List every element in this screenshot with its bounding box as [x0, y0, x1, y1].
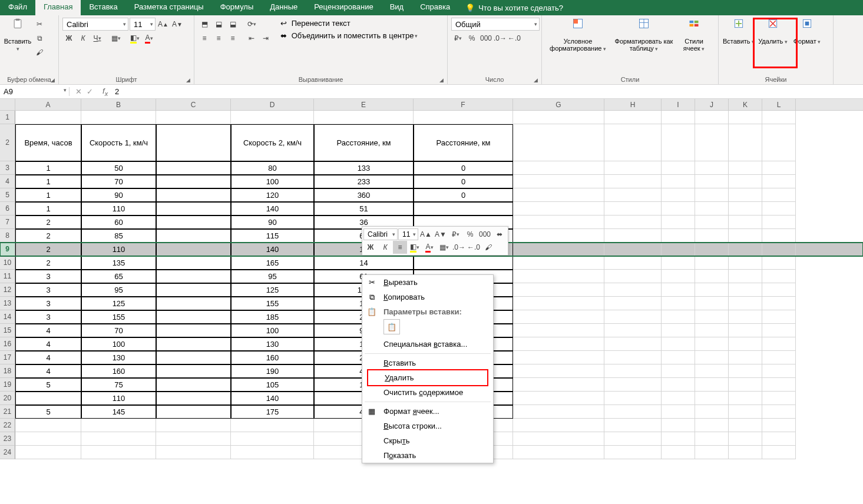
cell[interactable]	[15, 392, 81, 405]
cell[interactable]: 140	[231, 202, 314, 215]
conditional-formatting-button[interactable]: Условное форматирование	[545, 18, 610, 52]
cell[interactable]	[513, 202, 604, 215]
cell[interactable]	[729, 392, 762, 405]
cell[interactable]	[695, 432, 729, 446]
cell[interactable]	[762, 432, 796, 446]
mini-inc-decimal[interactable]: .0→	[452, 241, 466, 254]
percent-button[interactable]: %	[465, 32, 478, 45]
cell[interactable]	[762, 111, 796, 124]
cell[interactable]	[156, 229, 231, 243]
cell[interactable]	[762, 392, 796, 405]
cell[interactable]	[604, 188, 662, 202]
increase-indent-button[interactable]: ⇥	[259, 32, 272, 45]
cell[interactable]: 95	[81, 283, 156, 297]
underline-button[interactable]: Ч	[91, 32, 104, 45]
ctx-insert[interactable]: Вставить	[362, 356, 493, 370]
dialog-launcher-icon[interactable]: ◢	[439, 77, 444, 83]
cell[interactable]	[662, 188, 695, 202]
cell[interactable]	[156, 124, 231, 161]
cell[interactable]	[156, 161, 231, 175]
orientation-button[interactable]: ⟳	[245, 18, 258, 31]
column-header-G[interactable]: G	[513, 99, 604, 110]
cell[interactable]	[156, 215, 231, 229]
row-header-23[interactable]: 23	[0, 432, 15, 446]
cell[interactable]	[729, 324, 762, 337]
column-header-H[interactable]: H	[604, 99, 662, 110]
cell[interactable]	[513, 297, 604, 310]
cell[interactable]	[695, 378, 729, 392]
row-header-14[interactable]: 14	[0, 310, 15, 324]
cell[interactable]	[729, 364, 762, 378]
row-header-16[interactable]: 16	[0, 337, 15, 351]
mini-fill-color[interactable]: ◧	[408, 241, 422, 254]
cell[interactable]	[695, 446, 729, 459]
cell[interactable]: 1	[15, 161, 81, 175]
cell[interactable]	[762, 364, 796, 378]
cell[interactable]	[762, 351, 796, 364]
cell[interactable]	[513, 270, 604, 283]
cell[interactable]	[695, 351, 729, 364]
cell[interactable]	[513, 161, 604, 175]
cell[interactable]	[729, 188, 762, 202]
cell[interactable]	[15, 419, 81, 432]
dialog-launcher-icon[interactable]: ◢	[534, 77, 538, 83]
cell[interactable]: 3	[15, 270, 81, 283]
cell[interactable]: 51	[314, 202, 414, 215]
column-header-E[interactable]: E	[314, 99, 414, 110]
cell[interactable]: 2	[15, 229, 81, 243]
cell[interactable]	[513, 364, 604, 378]
cell[interactable]	[695, 188, 729, 202]
cell[interactable]	[729, 446, 762, 459]
cell[interactable]	[729, 243, 762, 256]
cell[interactable]	[156, 432, 231, 446]
cell[interactable]: 130	[81, 351, 156, 364]
cell[interactable]	[729, 297, 762, 310]
tab-view[interactable]: Вид	[382, 0, 412, 15]
tab-insert[interactable]: Вставка	[81, 0, 125, 15]
cell[interactable]	[662, 229, 695, 243]
cell[interactable]	[662, 283, 695, 297]
row-header-3[interactable]: 3	[0, 161, 15, 175]
cell[interactable]	[762, 243, 796, 256]
mini-italic[interactable]: К	[378, 241, 392, 254]
cell[interactable]: 4	[15, 324, 81, 337]
column-header-L[interactable]: L	[762, 99, 796, 110]
cell[interactable]: 0	[414, 188, 513, 202]
cell[interactable]	[729, 310, 762, 324]
cell[interactable]	[15, 432, 81, 446]
cell[interactable]	[156, 419, 231, 432]
cell[interactable]	[156, 297, 231, 310]
cell[interactable]	[762, 229, 796, 243]
cell[interactable]	[156, 188, 231, 202]
decrease-font-button[interactable]: A▼	[171, 18, 184, 31]
cell[interactable]	[156, 256, 231, 270]
cell[interactable]	[662, 111, 695, 124]
font-size-combo[interactable]: 11	[130, 18, 156, 31]
cell[interactable]	[695, 310, 729, 324]
row-header-11[interactable]: 11	[0, 270, 15, 283]
cell[interactable]	[729, 111, 762, 124]
fill-color-button[interactable]: ◧	[128, 32, 141, 45]
cell[interactable]	[314, 111, 414, 124]
cell[interactable]	[762, 310, 796, 324]
ctx-format-cells[interactable]: ▦Формат ячеек...	[362, 404, 493, 419]
tab-help[interactable]: Справка	[412, 0, 458, 15]
cell[interactable]	[662, 161, 695, 175]
cell[interactable]	[762, 256, 796, 270]
copy-button[interactable]: ⧉	[33, 32, 46, 45]
align-center-button[interactable]: ≡	[212, 32, 225, 45]
column-header-F[interactable]: F	[414, 99, 513, 110]
cell[interactable]	[513, 324, 604, 337]
row-header-24[interactable]: 24	[0, 446, 15, 459]
cell[interactable]: 60	[81, 215, 156, 229]
cell[interactable]	[662, 378, 695, 392]
cell[interactable]: 85	[81, 229, 156, 243]
cell[interactable]	[662, 202, 695, 215]
cell[interactable]	[729, 419, 762, 432]
cell[interactable]	[513, 175, 604, 188]
cell[interactable]	[695, 419, 729, 432]
tab-formulas[interactable]: Формулы	[212, 0, 262, 15]
comma-button[interactable]: 000	[480, 32, 492, 45]
row-header-13[interactable]: 13	[0, 297, 15, 310]
cell[interactable]	[604, 256, 662, 270]
